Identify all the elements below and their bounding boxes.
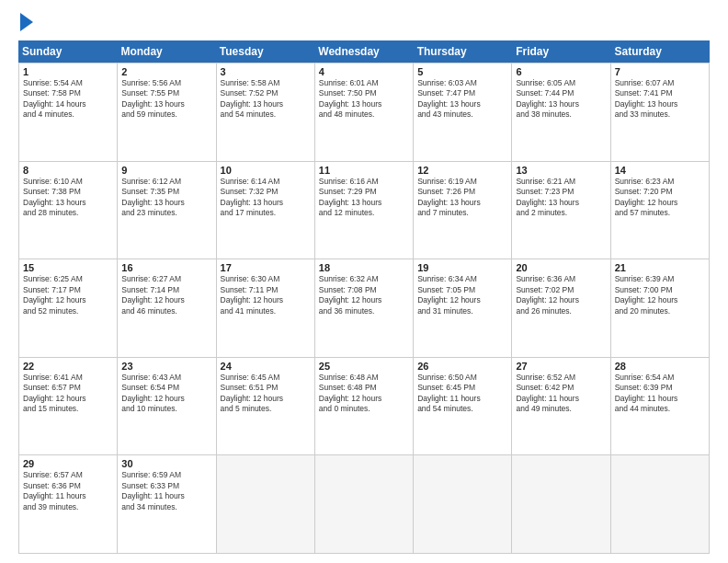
calendar-cell: 18Sunrise: 6:32 AMSunset: 7:08 PMDayligh… (315, 259, 414, 357)
cell-info-line: Daylight: 13 hours (417, 99, 507, 109)
cell-info-line: and 34 minutes. (121, 502, 211, 512)
calendar-cell (217, 455, 315, 553)
calendar-cell: 4Sunrise: 6:01 AMSunset: 7:50 PMDaylight… (315, 63, 414, 161)
cell-info-line: Sunset: 6:33 PM (121, 481, 211, 491)
calendar-row-3: 15Sunrise: 6:25 AMSunset: 7:17 PMDayligh… (19, 259, 710, 358)
cell-info-line: Sunset: 7:00 PM (615, 285, 705, 295)
day-number: 6 (516, 66, 606, 77)
cell-info-line: Daylight: 13 hours (221, 198, 311, 208)
cell-info-line: Daylight: 12 hours (615, 295, 705, 305)
day-number: 17 (221, 262, 311, 273)
day-number: 7 (615, 66, 705, 77)
day-number: 23 (121, 361, 211, 372)
cell-info-line: and 48 minutes. (319, 109, 409, 120)
cell-info-line: Daylight: 11 hours (516, 394, 606, 404)
cell-info-line: Sunrise: 5:58 AM (221, 78, 311, 88)
cell-info-line: Sunrise: 6:03 AM (417, 78, 507, 88)
day-number: 24 (221, 361, 311, 372)
cell-info-line: Sunrise: 6:50 AM (417, 373, 507, 383)
cell-info-line: Sunrise: 6:36 AM (516, 274, 606, 284)
cell-info-line: Sunset: 7:05 PM (417, 285, 507, 295)
cell-info-line: Sunset: 6:42 PM (516, 383, 606, 393)
cell-info-line: Sunset: 7:26 PM (417, 187, 507, 197)
cell-info-line: and 17 minutes. (221, 208, 311, 218)
calendar-cell: 7Sunrise: 6:07 AMSunset: 7:41 PMDaylight… (611, 63, 710, 161)
calendar-cell: 17Sunrise: 6:30 AMSunset: 7:11 PMDayligh… (217, 259, 315, 357)
cell-info-line: Sunset: 7:11 PM (221, 285, 311, 295)
cell-info-line: and 26 minutes. (516, 306, 606, 316)
cell-info-line: and 31 minutes. (417, 306, 507, 316)
calendar-cell: 19Sunrise: 6:34 AMSunset: 7:05 PMDayligh… (414, 259, 512, 357)
calendar-row-2: 8Sunrise: 6:10 AMSunset: 7:38 PMDaylight… (19, 162, 710, 260)
day-number: 22 (23, 361, 113, 372)
header (18, 15, 710, 31)
cell-info-line: Sunrise: 6:57 AM (23, 470, 113, 480)
cell-info-line: Sunset: 7:47 PM (417, 88, 507, 98)
cell-info-line: and 41 minutes. (221, 306, 311, 316)
cell-info-line: Sunrise: 6:43 AM (121, 373, 211, 383)
cell-info-line: Sunset: 7:44 PM (516, 88, 606, 98)
cell-info-line: Sunset: 7:14 PM (121, 285, 211, 295)
cell-info-line: Sunrise: 6:34 AM (417, 274, 507, 284)
day-number: 8 (23, 165, 113, 176)
cell-info-line: Daylight: 11 hours (615, 394, 705, 404)
cell-info-line: Sunrise: 6:59 AM (121, 470, 211, 480)
day-number: 3 (221, 66, 311, 77)
cell-info-line: Daylight: 11 hours (417, 394, 507, 404)
cell-info-line: Daylight: 13 hours (121, 198, 211, 208)
cell-info-line: Sunset: 7:41 PM (615, 88, 705, 98)
day-number: 27 (516, 361, 606, 372)
cell-info-line: Daylight: 12 hours (417, 295, 507, 305)
day-number: 25 (319, 361, 409, 372)
cell-info-line: Sunset: 7:55 PM (121, 88, 211, 98)
calendar-cell (414, 455, 512, 553)
cell-info-line: Sunset: 7:23 PM (516, 187, 606, 197)
day-number: 13 (516, 165, 606, 176)
cell-info-line: and 23 minutes. (121, 208, 211, 218)
cell-info-line: Daylight: 12 hours (319, 394, 409, 404)
calendar-cell: 1Sunrise: 5:54 AMSunset: 7:58 PMDaylight… (19, 63, 118, 161)
day-number: 5 (417, 66, 507, 77)
cell-info-line: Sunset: 7:02 PM (516, 285, 606, 295)
calendar-cell (611, 455, 710, 553)
cell-info-line: Daylight: 12 hours (615, 198, 705, 208)
cell-info-line: Daylight: 13 hours (516, 198, 606, 208)
calendar-row-5: 29Sunrise: 6:57 AMSunset: 6:36 PMDayligh… (19, 455, 710, 554)
cell-info-line: Sunrise: 6:23 AM (615, 177, 705, 187)
page: SundayMondayTuesdayWednesdayThursdayFrid… (0, 0, 728, 563)
cell-info-line: Sunrise: 6:16 AM (319, 177, 409, 187)
logo-arrow-icon (20, 13, 33, 31)
calendar-cell: 2Sunrise: 5:56 AMSunset: 7:55 PMDaylight… (118, 63, 216, 161)
day-number: 20 (516, 262, 606, 273)
cell-info-line: and 5 minutes. (221, 404, 311, 414)
cell-info-line: and 12 minutes. (319, 208, 409, 218)
cell-info-line: and 38 minutes. (516, 109, 606, 120)
calendar-cell: 8Sunrise: 6:10 AMSunset: 7:38 PMDaylight… (19, 162, 118, 259)
weekday-header-thursday: Thursday (414, 40, 512, 63)
calendar-cell: 28Sunrise: 6:54 AMSunset: 6:39 PMDayligh… (611, 358, 710, 455)
cell-info-line: and 54 minutes. (417, 404, 507, 414)
cell-info-line: Daylight: 13 hours (121, 99, 211, 109)
cell-info-line: Daylight: 12 hours (121, 295, 211, 305)
weekday-header-monday: Monday (117, 40, 215, 63)
cell-info-line: and 52 minutes. (23, 306, 113, 316)
calendar-cell: 27Sunrise: 6:52 AMSunset: 6:42 PMDayligh… (512, 358, 610, 455)
cell-info-line: Daylight: 12 hours (23, 394, 113, 404)
calendar-cell: 29Sunrise: 6:57 AMSunset: 6:36 PMDayligh… (19, 455, 118, 553)
calendar-cell: 13Sunrise: 6:21 AMSunset: 7:23 PMDayligh… (512, 162, 610, 259)
calendar-cell: 9Sunrise: 6:12 AMSunset: 7:35 PMDaylight… (118, 162, 216, 259)
cell-info-line: and 15 minutes. (23, 404, 113, 414)
calendar-cell: 23Sunrise: 6:43 AMSunset: 6:54 PMDayligh… (118, 358, 216, 455)
cell-info-line: Sunrise: 6:45 AM (221, 373, 311, 383)
calendar-cell: 5Sunrise: 6:03 AMSunset: 7:47 PMDaylight… (414, 63, 512, 161)
cell-info-line: and 39 minutes. (23, 502, 113, 512)
cell-info-line: Sunset: 6:36 PM (23, 481, 113, 491)
cell-info-line: Sunset: 6:48 PM (319, 383, 409, 393)
day-number: 26 (417, 361, 507, 372)
cell-info-line: and 33 minutes. (615, 109, 705, 120)
cell-info-line: Daylight: 12 hours (23, 295, 113, 305)
cell-info-line: and 43 minutes. (417, 109, 507, 120)
logo (18, 15, 33, 31)
cell-info-line: Sunset: 7:08 PM (319, 285, 409, 295)
cell-info-line: Daylight: 13 hours (417, 198, 507, 208)
